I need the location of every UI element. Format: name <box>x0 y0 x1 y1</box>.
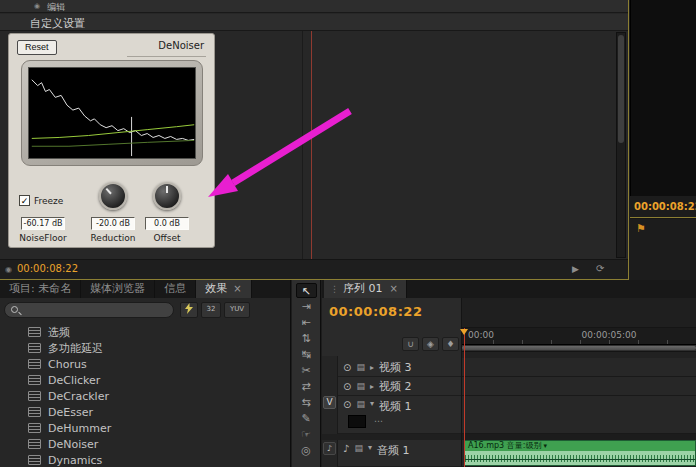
list-item[interactable]: Chorus <box>0 356 290 372</box>
eye-icon[interactable]: ⊙ <box>343 381 351 392</box>
scrollbar-thumb[interactable] <box>618 35 624 143</box>
effect-row-edit-label: 编辑 <box>47 1 65 14</box>
play-audio-icon[interactable]: ▶ <box>572 264 579 274</box>
project-panel: 项目: 未命名 媒体浏览器 信息 效果× 32 YUV <box>0 280 291 467</box>
tool-ripple-edit[interactable]: ⇤ <box>296 315 317 330</box>
list-item[interactable]: DeClicker <box>0 372 290 388</box>
work-area-bar[interactable] <box>462 345 696 352</box>
freeze-checkbox[interactable]: ✓ <box>19 195 30 206</box>
program-monitor-panel: 00:00:08:22 ⚑ <box>630 0 696 280</box>
yuv-effects-button[interactable]: YUV <box>224 302 250 318</box>
sequence-tab-label: 序列 01 <box>343 282 383 295</box>
track-header-video2[interactable]: ⊙ ▤ ▸ 视频 2 <box>338 377 461 396</box>
chevron-down-icon[interactable]: ▾ <box>368 443 372 452</box>
effect-controls-playhead[interactable] <box>311 31 312 259</box>
chevron-down-icon[interactable]: ▾ <box>543 442 547 450</box>
tab-project-label: 项目: 未命名 <box>9 282 71 295</box>
loop-icon[interactable]: ⟳ <box>596 263 604 274</box>
tool-hand[interactable]: ☞ <box>296 427 317 442</box>
playhead-marker[interactable] <box>460 329 468 335</box>
tool-track-select[interactable]: ⇥ <box>296 299 317 314</box>
effect-plugin-icon <box>28 375 41 385</box>
set-marker-button[interactable]: ♦ <box>442 337 459 351</box>
premiere-app: ◉ 编辑 自定义设置 Reset DeNoiser ✓ Freeze <box>0 0 696 467</box>
snap-button[interactable]: ∪ <box>402 337 419 351</box>
effect-plugin-icon <box>28 327 41 337</box>
reduction-knob[interactable] <box>99 182 127 210</box>
track-header-video3[interactable]: ⊙ ▤ ▸ 视频 3 <box>338 358 461 377</box>
chevron-down-icon[interactable]: ▾ <box>370 399 374 408</box>
track-style-icon[interactable]: ▤ <box>356 362 365 372</box>
track-header-audio1[interactable]: ♪ ▤ ▾ 音频 1 <box>338 440 461 467</box>
tool-selection[interactable]: ↖ <box>296 283 317 298</box>
list-item[interactable]: Dynamics <box>0 452 290 467</box>
effect-row-edit[interactable]: ◉ 编辑 <box>0 0 628 13</box>
track-label: 音频 1 <box>377 443 410 458</box>
track-style-icon[interactable]: ▤ <box>354 443 363 453</box>
offset-knob[interactable] <box>153 182 181 210</box>
tab-sequence-01[interactable]: ⋮序列 01× <box>324 280 407 298</box>
chevron-right-icon[interactable]: ▸ <box>370 363 374 372</box>
tool-slide[interactable]: ⇆ <box>296 395 317 410</box>
offset-value[interactable]: 0.0 dB <box>145 217 189 230</box>
list-item[interactable]: DeEsser <box>0 404 290 420</box>
encore-chapter-marker-button[interactable]: ◈ <box>422 337 439 351</box>
track-style-icon[interactable]: ▤ <box>356 381 365 391</box>
search-box[interactable] <box>4 302 174 318</box>
list-item[interactable]: 选频 <box>0 324 290 340</box>
effect-controls-timecode[interactable]: 00:00:08:22 <box>17 263 78 274</box>
track-content-video3[interactable] <box>462 358 696 377</box>
work-area-segment[interactable] <box>462 346 696 350</box>
chevron-right-icon[interactable]: ▸ <box>370 382 374 391</box>
selection-tool-icon: ↖ <box>301 285 310 298</box>
track-content-audio1[interactable]: A16.mp3 音量:级别▾ <box>462 440 696 467</box>
audio-clip[interactable]: A16.mp3 音量:级别▾ <box>464 440 696 466</box>
list-item[interactable]: DeNoiser <box>0 436 290 452</box>
tool-rate-stretch[interactable]: ↹ <box>296 347 317 362</box>
marker-flag-icon[interactable]: ⚑ <box>636 222 646 235</box>
close-icon[interactable]: × <box>233 283 241 294</box>
effect-controls-statusbar: ◉ 00:00:08:22 ▶ ⟳ <box>0 259 628 279</box>
knob-indicator <box>166 186 168 193</box>
program-monitor-timecode[interactable]: 00:00:08:22 <box>634 201 696 212</box>
reduction-label: Reduction <box>85 233 141 243</box>
vertical-scrollbar[interactable] <box>616 32 626 258</box>
time-ruler[interactable]: 00:00 00:00:05:00 <box>462 328 696 345</box>
timeline-playhead[interactable] <box>464 328 465 467</box>
video-source-badge[interactable]: V <box>323 396 336 409</box>
search-input[interactable] <box>25 304 167 316</box>
reduction-value[interactable]: -20.0 dB <box>91 217 135 230</box>
list-item[interactable]: DeCrackler <box>0 388 290 404</box>
list-item[interactable]: 多功能延迟 <box>0 340 290 356</box>
tool-pen[interactable]: ✎ <box>296 411 317 426</box>
tab-project[interactable]: 项目: 未命名 <box>0 280 81 298</box>
track-content-video1[interactable] <box>462 396 696 434</box>
freeze-label: Freeze <box>34 196 63 206</box>
zoom-tool-icon: ◎ <box>301 444 311 457</box>
tab-media-browser[interactable]: 媒体浏览器 <box>81 280 155 298</box>
audio-source-badge[interactable]: ♪ <box>323 442 336 455</box>
keyframe-nav-icon[interactable]: ⋯ <box>374 416 385 426</box>
eye-icon[interactable]: ⊙ <box>343 362 351 373</box>
track-content-video2[interactable] <box>462 377 696 396</box>
close-icon[interactable]: × <box>390 283 398 294</box>
bit32-effects-button[interactable]: 32 <box>201 302 221 318</box>
razor-tool-icon: ✂ <box>301 364 310 377</box>
speaker-icon[interactable]: ♪ <box>343 443 349 454</box>
tool-rolling-edit[interactable]: ⇅ <box>296 331 317 346</box>
tool-slip[interactable]: ⇄ <box>296 379 317 394</box>
track-style-icon[interactable]: ▤ <box>356 399 365 409</box>
tool-zoom[interactable]: ◎ <box>296 443 317 458</box>
tab-effects[interactable]: 效果× <box>196 280 251 298</box>
clip-fx-label[interactable]: 音量:级别 <box>507 441 542 450</box>
knob-indicator <box>106 188 112 195</box>
eye-icon[interactable]: ⊙ <box>343 399 351 410</box>
accelerated-effects-button[interactable] <box>180 302 198 318</box>
tool-razor[interactable]: ✂ <box>296 363 317 378</box>
denoiser-title: DeNoiser <box>158 40 204 51</box>
reset-button[interactable]: Reset <box>17 40 57 55</box>
effect-row-custom-setup[interactable]: 自定义设置 <box>0 14 628 31</box>
tab-info[interactable]: 信息 <box>155 280 196 298</box>
list-item[interactable]: DeHummer <box>0 420 290 436</box>
timeline-timecode[interactable]: 00:00:08:22 <box>329 304 422 319</box>
